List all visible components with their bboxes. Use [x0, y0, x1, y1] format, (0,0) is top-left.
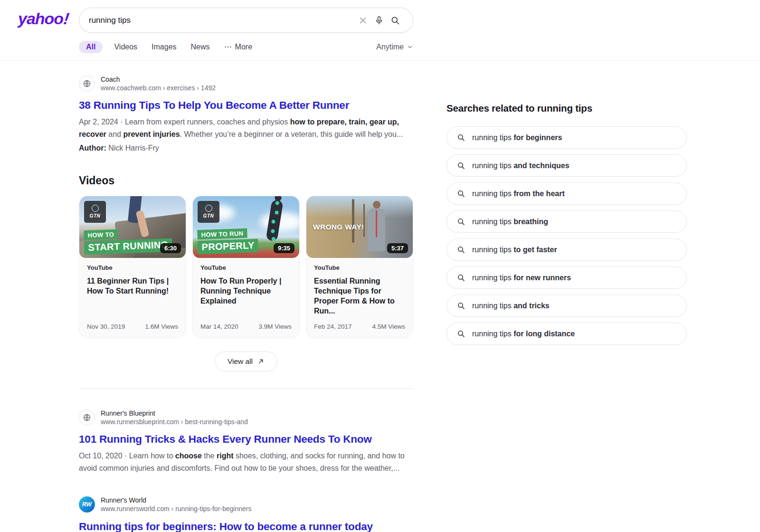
- channel-badge-label: GTN: [90, 213, 101, 218]
- runner-figure: [368, 209, 385, 251]
- video-card[interactable]: GTN HOW TO RUN PROPERLY 9:35 YouTube How…: [192, 196, 300, 338]
- result-title-link[interactable]: 38 Running Tips To Help You Become A Bet…: [79, 99, 413, 112]
- related-search-pill[interactable]: running tips for new runners: [446, 266, 687, 289]
- result-source-row[interactable]: RW Runner's World www.runnersworld.com ›…: [79, 496, 413, 513]
- microphone-icon[interactable]: [371, 12, 387, 28]
- content: Coach www.coachweb.com › exercises › 149…: [0, 61, 760, 532]
- related-search-text: running tips to get faster: [472, 246, 557, 254]
- search-input[interactable]: [89, 16, 355, 25]
- search-result: Runner's Blueprint www.runnersblueprint.…: [79, 409, 413, 475]
- thumbnail-text: HOW TO START RUNNING: [84, 227, 172, 254]
- result-source-name: Runner's Blueprint: [101, 409, 248, 418]
- external-arrow-icon: [257, 358, 265, 365]
- result-source-row[interactable]: Runner's Blueprint www.runnersblueprint.…: [79, 409, 413, 426]
- related-search-pill[interactable]: running tips and techniques: [446, 154, 687, 177]
- search-icon: [457, 162, 465, 170]
- video-meta: Nov 30, 2019 1.6M Views: [87, 316, 178, 330]
- video-meta: Mar 14, 2020 3.9M Views: [200, 316, 292, 330]
- related-search-text: running tips and techniques: [472, 162, 570, 170]
- result-source-name: Coach: [101, 75, 216, 84]
- tab-videos[interactable]: Videos: [114, 43, 137, 51]
- video-card[interactable]: GTN HOW TO START RUNNING 6:30 YouTube 11…: [79, 196, 186, 338]
- video-thumbnail: WRONG WAY! 5:37: [306, 196, 413, 258]
- related-search-pill[interactable]: running tips for long distance: [446, 323, 687, 345]
- section-divider: [79, 389, 413, 389]
- result-description: Apr 2, 2024 · Learn from expert runners,…: [79, 116, 413, 140]
- video-thumbnail: GTN HOW TO START RUNNING 6:30: [79, 196, 186, 258]
- yahoo-logo-text: yahoo: [18, 10, 63, 28]
- related-search-pill[interactable]: running tips from the heart: [446, 182, 687, 205]
- video-card[interactable]: WRONG WAY! 5:37 YouTube Essential Runnin…: [306, 196, 413, 338]
- related-search-pill[interactable]: running tips to get faster: [446, 238, 687, 261]
- video-meta: Feb 24, 2017 4.5M Views: [314, 316, 405, 330]
- video-duration-badge: 6:30: [160, 243, 181, 253]
- result-source-row[interactable]: Coach www.coachweb.com › exercises › 149…: [79, 75, 413, 92]
- videos-section: Videos GTN H: [79, 174, 413, 371]
- result-source-lines: Runner's World www.runnersworld.com › ru…: [101, 496, 251, 513]
- related-searches-heading: Searches related to running tips: [446, 103, 687, 114]
- time-filter-dropdown[interactable]: Anytime: [376, 43, 413, 51]
- clear-icon[interactable]: [355, 12, 371, 28]
- related-search-pill[interactable]: running tips and tricks: [446, 294, 687, 317]
- video-title: How To Run Properly | Running Technique …: [200, 276, 292, 306]
- view-all-label: View all: [228, 357, 253, 366]
- tab-more-label: More: [235, 43, 252, 51]
- globe-icon: [92, 205, 99, 212]
- search-icon: [457, 302, 465, 310]
- search-icon: [457, 190, 465, 198]
- video-title: Essential Running Technique Tips for Pro…: [314, 276, 405, 316]
- tab-more[interactable]: More: [224, 43, 252, 51]
- tab-all[interactable]: All: [79, 41, 103, 53]
- result-source-name: Runner's World: [101, 496, 251, 504]
- more-dots-icon: [224, 43, 232, 51]
- channel-badge-label: GTN: [203, 213, 214, 218]
- related-search-text: running tips breathing: [472, 218, 548, 226]
- search-icon: [457, 218, 465, 226]
- result-breadcrumb: www.coachweb.com › exercises › 1492: [101, 84, 216, 92]
- video-duration-badge: 5:37: [387, 243, 408, 253]
- view-all-button[interactable]: View all: [215, 352, 277, 371]
- result-source-lines: Coach www.coachweb.com › exercises › 149…: [101, 75, 216, 92]
- results-column: Coach www.coachweb.com › exercises › 149…: [79, 61, 413, 532]
- related-search-pill[interactable]: running tips breathing: [446, 210, 687, 233]
- video-date: Mar 14, 2020: [200, 323, 238, 330]
- related-searches-list: running tips for beginners running tips …: [446, 126, 687, 345]
- globe-icon: [205, 205, 212, 212]
- result-author-line: Author: Nick Harris-Fry: [79, 144, 413, 152]
- video-thumbnail: GTN HOW TO RUN PROPERLY 9:35: [193, 196, 299, 258]
- search-submit-icon[interactable]: [387, 12, 403, 28]
- video-card-body: YouTube 11 Beginner Run Tips | How To St…: [79, 258, 186, 338]
- video-duration-badge: 9:35: [274, 243, 294, 253]
- thumbnail-text: WRONG WAY!: [313, 223, 364, 231]
- search-result: RW Runner's World www.runnersworld.com ›…: [79, 496, 413, 532]
- tab-news[interactable]: News: [191, 43, 210, 51]
- video-row: GTN HOW TO START RUNNING 6:30 YouTube 11…: [79, 196, 413, 338]
- video-title: 11 Beginner Run Tips | How To Start Runn…: [87, 276, 178, 296]
- yahoo-logo[interactable]: yahoo!: [18, 10, 68, 28]
- search-icon: [457, 246, 465, 254]
- result-description: Oct 10, 2020 · Learn how to choose the r…: [79, 450, 413, 474]
- chevron-down-icon: [407, 44, 413, 50]
- related-search-text: running tips for long distance: [472, 330, 575, 338]
- tab-images[interactable]: Images: [152, 43, 176, 51]
- video-source: YouTube: [87, 264, 178, 271]
- channel-badge: GTN: [84, 201, 106, 223]
- related-search-pill[interactable]: running tips for beginners: [446, 126, 687, 149]
- video-date: Feb 24, 2017: [314, 323, 352, 330]
- related-search-text: running tips for beginners: [472, 133, 562, 142]
- globe-icon: [79, 409, 95, 426]
- search-tabs: All Videos Images News More Anytime: [79, 41, 413, 53]
- search-bar[interactable]: [79, 8, 413, 33]
- video-views: 4.5M Views: [372, 323, 405, 330]
- runners-world-avatar: RW: [79, 496, 95, 513]
- result-title-link[interactable]: 101 Running Tricks & Hacks Every Runner …: [79, 433, 413, 446]
- search-result: Coach www.coachweb.com › exercises › 149…: [79, 75, 413, 152]
- time-filter-label: Anytime: [376, 43, 404, 51]
- video-views: 3.9M Views: [258, 323, 292, 330]
- result-title-link[interactable]: Running tips for beginners: How to becom…: [79, 521, 413, 532]
- thumbnail-text: HOW TO RUN PROPERLY: [197, 228, 258, 254]
- related-search-text: running tips and tricks: [472, 302, 550, 310]
- related-search-text: running tips from the heart: [472, 190, 565, 198]
- video-card-body: YouTube How To Run Properly | Running Te…: [193, 258, 299, 338]
- video-views: 1.6M Views: [145, 323, 178, 330]
